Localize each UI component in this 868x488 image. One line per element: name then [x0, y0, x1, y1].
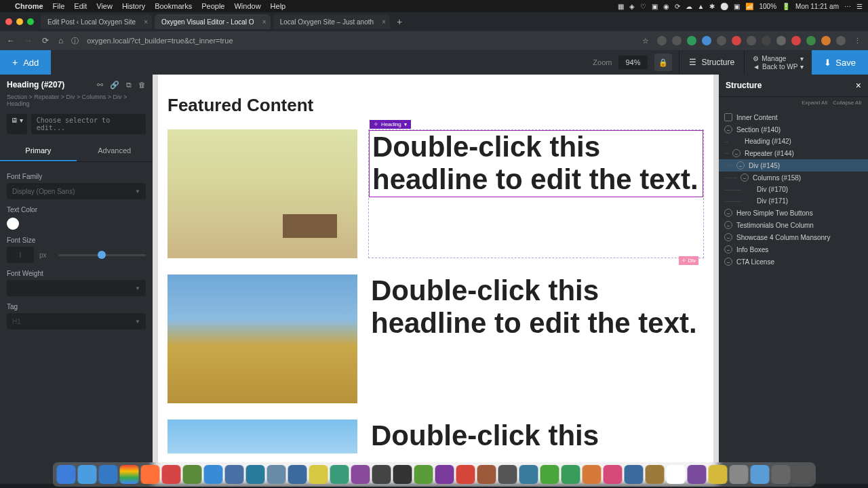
ext-icon[interactable] — [687, 36, 696, 45]
tree-item[interactable]: ····–Repeater (#144) — [719, 147, 868, 159]
star-icon[interactable]: ☆ — [642, 37, 649, 45]
dock-app-icon[interactable] — [625, 465, 644, 484]
featured-image[interactable] — [167, 420, 357, 453]
font-weight-select[interactable]: ▼ — [7, 280, 146, 296]
featured-image[interactable] — [167, 129, 357, 258]
dock-app-icon[interactable] — [498, 465, 517, 484]
collapse-icon[interactable]: – — [741, 174, 749, 182]
menu-icon[interactable]: ⋮ — [854, 37, 861, 45]
ext-icon[interactable] — [732, 36, 741, 45]
menu-history[interactable]: History — [122, 2, 145, 10]
dock-app-icon[interactable] — [141, 465, 160, 484]
copy-icon[interactable]: ⧉ — [126, 81, 132, 89]
tab-advanced[interactable]: Advanced — [77, 141, 153, 161]
dock-app-icon[interactable] — [288, 465, 307, 484]
ext-icon[interactable] — [836, 36, 846, 45]
text-color-swatch[interactable] — [7, 218, 19, 230]
browser-tab-0[interactable]: Edit Post ‹ Local Oxygen Site× — [41, 14, 152, 29]
dock-app-icon[interactable] — [246, 465, 265, 484]
repeater-row-3[interactable]: Double-click this headline to edit the t… — [167, 420, 704, 453]
tree-item[interactable]: ················Div (#171) — [719, 195, 868, 207]
class-selector[interactable]: Choose selector to edit... — [31, 114, 146, 134]
tree-item[interactable]: –Info Boxes — [719, 243, 868, 256]
font-size-input[interactable]: I — [7, 247, 34, 263]
dock-app-icon[interactable] — [540, 465, 559, 484]
tree-item[interactable]: –Showcase 4 Column Mansonry — [719, 231, 868, 243]
collapse-icon[interactable]: – — [724, 233, 732, 241]
dock-app-icon[interactable] — [120, 465, 139, 484]
font-family-select[interactable]: Display (Open Sans)▼ — [7, 183, 146, 199]
repeater-row-2[interactable]: Double-click this headline to edit the t… — [167, 274, 704, 403]
link-icon[interactable]: 🔗 — [110, 81, 119, 89]
selection-badge[interactable]: ✧ Heading ▾ — [370, 120, 411, 129]
heading-text[interactable]: Double-click this headline to edit the t… — [370, 131, 703, 197]
section-heading[interactable]: Featured Content — [167, 95, 704, 116]
tag-select[interactable]: H1▼ — [7, 313, 146, 329]
dock-app-icon[interactable] — [646, 465, 665, 484]
canvas[interactable]: Featured Content ✧ Heading ▾ Double-clic… — [153, 75, 719, 484]
tree-item[interactable]: ····Heading (#142) — [719, 136, 868, 147]
ext-icon[interactable] — [791, 36, 801, 45]
close-icon[interactable]: × — [856, 80, 861, 91]
dock-app-icon[interactable] — [604, 465, 623, 484]
dock-app-icon[interactable] — [688, 465, 707, 484]
dock-app-icon[interactable] — [730, 465, 749, 484]
menu-file[interactable]: File — [53, 2, 65, 10]
manage-menu[interactable]: ⚙Manage▾ ◄Back to WP▾ — [744, 50, 812, 75]
tree-item[interactable]: –Section (#140) — [719, 123, 868, 136]
hierarchy-icon[interactable]: ⚯ — [97, 81, 103, 89]
repeater-row-1[interactable]: ✧ Heading ▾ Double-click this headline t… — [167, 129, 704, 258]
home-icon[interactable]: ⌂ — [58, 36, 63, 45]
dock-app-icon[interactable] — [393, 465, 412, 484]
ext-icon[interactable] — [821, 36, 831, 45]
ext-icon[interactable] — [672, 36, 682, 45]
ext-icon[interactable] — [657, 36, 667, 45]
ext-icon[interactable] — [762, 36, 771, 45]
save-button[interactable]: ⬇ Save — [812, 50, 868, 75]
tree-item[interactable]: ············–Columns (#158) — [719, 171, 868, 184]
site-info-icon[interactable]: ⓘ — [71, 36, 79, 46]
tree-item[interactable]: –CTA License — [719, 256, 868, 268]
zoom-value[interactable]: 94% — [618, 56, 647, 69]
heading-text[interactable]: Double-click this headline to edit the t… — [368, 420, 704, 453]
ext-icon[interactable] — [806, 36, 816, 45]
dock-app-icon[interactable] — [330, 465, 349, 484]
reload-icon[interactable]: ⟳ — [42, 36, 49, 45]
collapse-all-link[interactable]: Collapse All — [833, 100, 861, 106]
dock-app-icon[interactable] — [435, 465, 454, 484]
ext-icon[interactable] — [747, 36, 756, 45]
dock-app-icon[interactable] — [204, 465, 223, 484]
collapse-icon[interactable]: – — [724, 125, 732, 134]
font-size-unit[interactable]: px — [39, 251, 53, 259]
dock-app-icon[interactable] — [519, 465, 538, 484]
tree-item[interactable]: –Hero Simple Two Buttons — [719, 207, 868, 219]
mac-app-name[interactable]: Chrome — [15, 2, 43, 10]
tree-item[interactable]: ········–Div (#145) — [719, 159, 868, 171]
mac-dock[interactable] — [53, 462, 816, 487]
tree-item[interactable]: ················Div (#170) — [719, 184, 868, 195]
close-icon[interactable]: × — [144, 18, 148, 26]
close-window-icon[interactable] — [5, 18, 12, 25]
collapse-icon[interactable]: – — [724, 258, 732, 266]
back-icon[interactable]: ← — [7, 36, 15, 45]
forward-icon[interactable]: → — [24, 36, 33, 45]
dock-app-icon[interactable] — [751, 465, 770, 484]
dock-app-icon[interactable] — [561, 465, 580, 484]
breadcrumb[interactable]: Section > Repeater > Div > Columns > Div… — [0, 92, 153, 111]
close-icon[interactable]: × — [262, 18, 267, 26]
dock-app-icon[interactable] — [267, 465, 286, 484]
collapse-icon[interactable]: – — [736, 161, 745, 169]
dock-app-icon[interactable] — [351, 465, 370, 484]
ext-icon[interactable] — [702, 36, 711, 45]
trash-icon[interactable]: 🗑 — [138, 81, 146, 89]
dock-app-icon[interactable] — [667, 465, 686, 484]
menu-people[interactable]: People — [201, 2, 224, 10]
ext-icon[interactable] — [776, 36, 786, 45]
dock-app-icon[interactable] — [225, 465, 244, 484]
browser-tab-2[interactable]: Local Oxygen Site – Just anoth× — [273, 14, 390, 29]
featured-image[interactable] — [167, 274, 357, 403]
dock-app-icon[interactable] — [57, 465, 76, 484]
collapse-icon[interactable]: – — [724, 209, 732, 217]
menu-bookmarks[interactable]: Bookmarks — [155, 2, 192, 10]
menu-help[interactable]: Help — [271, 2, 286, 10]
